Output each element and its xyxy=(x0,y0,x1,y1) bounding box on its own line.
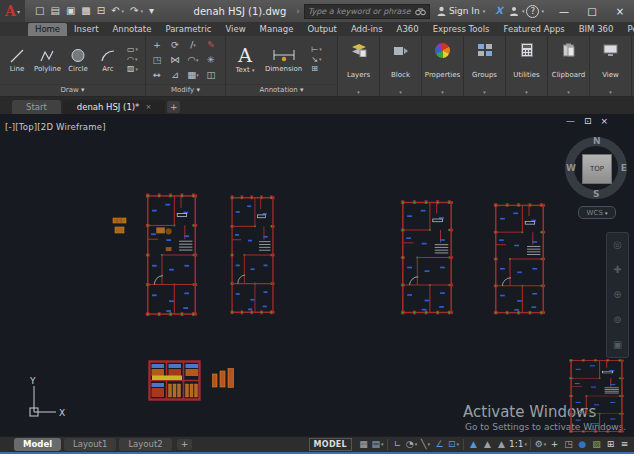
navigation-bar[interactable]: ◎✚⊕⊚▣ xyxy=(606,232,629,358)
ribbon-tab-insert[interactable]: Insert xyxy=(67,23,105,36)
open-file-icon[interactable]: ▤ xyxy=(50,6,59,16)
panel-block[interactable]: Block▾ xyxy=(380,36,422,96)
stretch-icon[interactable]: ↔ xyxy=(153,70,161,80)
maximize-button[interactable]: □ xyxy=(578,0,606,22)
showmotion-icon[interactable]: ▣ xyxy=(613,340,622,350)
plot-icon[interactable]: ⊟ xyxy=(97,6,105,16)
sign-in-button[interactable]: Sign In ▾ xyxy=(437,6,485,16)
draw-panel-label[interactable]: Draw ▾ xyxy=(0,84,145,96)
panel-layers-caret[interactable]: ▾ xyxy=(357,89,360,95)
erase-icon[interactable]: ✎ xyxy=(207,40,215,50)
ribbon-tab-performance[interactable]: Performance xyxy=(620,23,634,36)
array-icon[interactable]: ▦▾ xyxy=(187,70,199,80)
panel-groups-caret[interactable]: ▾ xyxy=(483,89,486,95)
hatch-icon[interactable]: ▨▾ xyxy=(127,65,138,74)
redo-icon-caret[interactable]: ▾ xyxy=(141,9,144,14)
ribbon-tab-featured-apps[interactable]: Featured Apps xyxy=(497,23,572,36)
ribbon-tab-express-tools[interactable]: Express Tools xyxy=(426,23,497,36)
new-layout-button[interactable]: + xyxy=(177,439,193,451)
model-space-toggle[interactable]: MODEL xyxy=(309,438,352,451)
layout-tab-layout2[interactable]: Layout2 xyxy=(119,438,171,450)
layout-tab-layout1[interactable]: Layout1 xyxy=(64,438,116,450)
redo-icon[interactable]: ↷ xyxy=(130,6,138,16)
fillet-icon[interactable]: ◠▾ xyxy=(188,55,199,65)
mirror-icon[interactable]: ⋈ xyxy=(170,55,180,65)
linear-dimension-icon[interactable]: ⊢▾ xyxy=(311,46,321,55)
clean-screen-icon[interactable]: ▨ xyxy=(590,440,603,449)
modify-panel-label[interactable]: Modify ▾ xyxy=(146,84,225,96)
panel-layers[interactable]: Layers▾ xyxy=(338,36,380,96)
viewport-restore-icon[interactable]: ⊡ xyxy=(584,116,592,126)
panel-view-caret[interactable]: ▾ xyxy=(609,89,612,95)
a360-share-icon[interactable] xyxy=(509,6,519,16)
panel-utilities-caret[interactable]: ▾ xyxy=(525,89,528,95)
panel-properties-caret[interactable]: ▾ xyxy=(441,89,444,95)
viewcube-south[interactable]: S xyxy=(593,190,599,199)
steering-wheel-icon[interactable]: ◎ xyxy=(613,240,622,250)
isolate-objects-icon[interactable]: ◳ xyxy=(562,440,575,449)
drawing-canvas[interactable]: [-][Top][2D Wireframe] — ⊡ × N S W E TOP… xyxy=(0,114,634,436)
ribbon-tab-parametric[interactable]: Parametric xyxy=(158,23,218,36)
wcs-dropdown[interactable]: WCS ▾ xyxy=(578,206,616,219)
viewcube[interactable]: N S W E TOP xyxy=(562,134,630,202)
file-tab-close-icon[interactable]: × xyxy=(145,104,151,111)
viewcube-east[interactable]: E xyxy=(621,164,627,173)
elevation-detail[interactable] xyxy=(148,360,201,401)
undo-icon[interactable]: ↶ xyxy=(111,6,119,16)
search-input[interactable]: Type a keyword or phrase xyxy=(304,4,430,19)
trim-icon[interactable]: /▾ xyxy=(190,40,196,50)
viewcube-top-face[interactable]: TOP xyxy=(582,154,612,184)
save-as-icon[interactable]: ▩ xyxy=(81,6,90,16)
new-file-icon[interactable]: □ xyxy=(35,6,44,16)
workspace-switching-icon[interactable]: ⚙▾ xyxy=(534,440,547,449)
undo-icon-caret[interactable]: ▾ xyxy=(122,9,125,14)
viewcube-west[interactable]: W xyxy=(566,164,576,173)
orbit-icon[interactable]: ⊚ xyxy=(613,315,621,325)
panel-block-caret[interactable]: ▾ xyxy=(399,89,402,95)
ribbon-tab-view[interactable]: View xyxy=(218,23,252,36)
move-icon[interactable]: + xyxy=(153,40,161,50)
new-drawing-tab-button[interactable]: + xyxy=(167,101,180,113)
polar-tracking-icon[interactable]: ◔▾ xyxy=(405,440,418,449)
dimension-button[interactable]: Dimension xyxy=(264,48,303,73)
floor-plan-3[interactable] xyxy=(398,197,456,318)
autoscale-icon[interactable]: ▲ xyxy=(481,440,494,449)
panel-utilities[interactable]: Utilities▾ xyxy=(506,36,548,96)
fullscreen-icon[interactable]: ⊞ xyxy=(604,440,617,449)
viewport-close-icon[interactable]: × xyxy=(600,116,608,126)
table-icon[interactable]: ⊞ xyxy=(311,65,321,74)
object-snap-tracking-icon[interactable]: ∠ xyxy=(433,440,446,449)
qat-customize-icon[interactable]: ▾ xyxy=(149,6,154,16)
zoom-icon[interactable]: ⊕ xyxy=(613,290,621,300)
floor-plan-2[interactable] xyxy=(228,192,277,318)
isometric-drafting-icon[interactable]: ╲▾ xyxy=(419,440,432,449)
graphics-performance-icon[interactable]: ● xyxy=(576,440,589,449)
annotation-scale-person-icon[interactable]: ▲ xyxy=(495,440,508,449)
help-icon[interactable]: ? xyxy=(526,5,539,18)
panel-clipboard[interactable]: Clipboard▾ xyxy=(548,36,590,96)
snap-mode-icon[interactable]: ▤▾ xyxy=(371,440,384,449)
ribbon-tab-add-ins[interactable]: Add-ins xyxy=(344,23,390,36)
ribbon-tab-bim-360[interactable]: BIM 360 xyxy=(572,23,621,36)
minimize-button[interactable]: — xyxy=(550,0,578,22)
annotation-visibility-icon[interactable]: ▲ xyxy=(467,440,480,449)
ribbon-tab-a360[interactable]: A360 xyxy=(390,23,426,36)
viewcube-north[interactable]: N xyxy=(593,137,601,146)
panel-properties[interactable]: Properties▾ xyxy=(422,36,464,96)
floor-plan-5[interactable] xyxy=(566,357,627,435)
close-button[interactable]: × xyxy=(606,0,634,22)
panel-view[interactable]: View▾ xyxy=(590,36,632,96)
line-button[interactable]: Line xyxy=(3,47,31,73)
polyline-button[interactable]: Polyline xyxy=(33,47,62,73)
grid-display-icon[interactable]: ▦ xyxy=(357,440,370,449)
file-tab-active[interactable]: denah HSJ (1)* × xyxy=(63,100,165,114)
floor-plan-1[interactable] xyxy=(143,190,200,320)
annotation-monitor-icon[interactable]: + xyxy=(548,440,561,449)
title-expand-icon[interactable]: › xyxy=(296,6,300,16)
rotate-icon[interactable]: ⟳ xyxy=(171,40,179,50)
offset-icon[interactable]: ◫ xyxy=(207,70,216,80)
ribbon-tab-annotate[interactable]: Annotate xyxy=(106,23,159,36)
ortho-mode-icon[interactable]: ∟ xyxy=(391,440,404,449)
viewport-controls-label[interactable]: [-][Top][2D Wireframe] xyxy=(5,122,106,132)
ribbon-tab-manage[interactable]: Manage xyxy=(253,23,301,36)
